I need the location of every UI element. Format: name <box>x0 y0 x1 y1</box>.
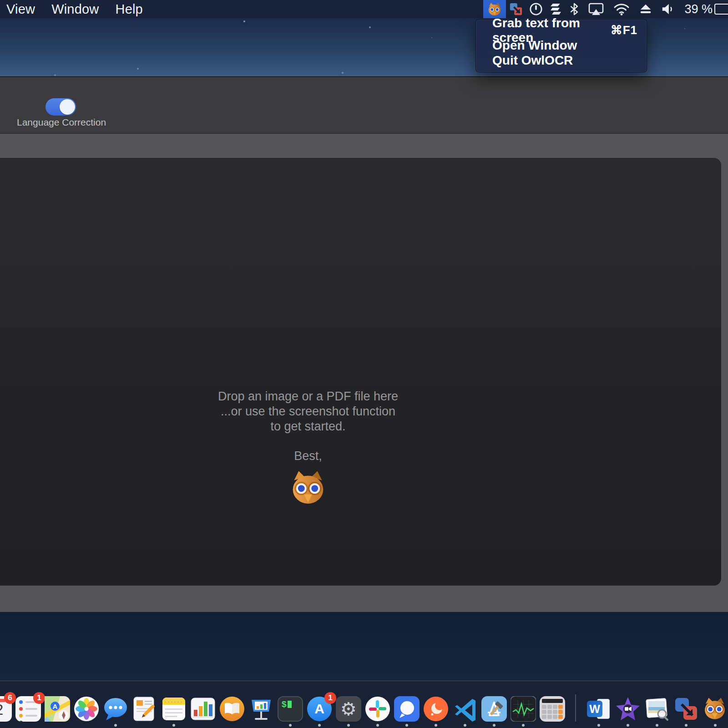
activity-monitor-icon <box>511 696 536 722</box>
desktop: View Window Help <box>0 0 728 728</box>
terminal-icon: $ <box>278 696 303 722</box>
reminders-badge: 1 <box>33 692 45 704</box>
postman-icon <box>423 696 449 722</box>
dock-item-slack[interactable] <box>365 696 390 722</box>
dock-item-system-preferences[interactable]: ⚙ <box>336 696 361 722</box>
eject-icon[interactable] <box>639 0 652 18</box>
language-correction-toggle[interactable] <box>46 98 76 116</box>
drop-line-1: Drop an image or a PDF file here <box>103 389 513 404</box>
dock-item-numbers[interactable] <box>190 696 216 722</box>
notes-icon <box>161 696 187 722</box>
dock-item-calculator[interactable] <box>540 696 565 722</box>
dock-item-calendar[interactable]: 2 6 <box>0 696 12 722</box>
menu-view[interactable]: View <box>6 2 35 17</box>
dock-item-notes[interactable] <box>161 696 187 722</box>
menu-item-shortcut: ⌘F1 <box>611 23 637 37</box>
dock-item-keynote[interactable] <box>248 696 274 722</box>
calendar-badge: 6 <box>4 692 16 704</box>
dock-item-postman[interactable] <box>423 696 449 722</box>
drop-line-2: ...or use the screenshot function <box>103 404 513 419</box>
photos-icon <box>74 696 99 722</box>
dock-item-imovie[interactable] <box>615 696 641 722</box>
pages-icon <box>132 696 157 722</box>
owl-icon <box>487 2 502 16</box>
menu-window[interactable]: Window <box>51 2 99 17</box>
window-toolbar: Language Correction <box>0 77 728 134</box>
dock-item-maps[interactable]: A <box>45 696 70 722</box>
svg-text:A: A <box>53 703 58 710</box>
dock-item-vmware-fusion[interactable] <box>673 696 699 722</box>
dock-item-signal[interactable] <box>394 696 420 722</box>
drop-zone[interactable]: Drop an image or a PDF file here ...or u… <box>0 158 721 586</box>
signal-icon <box>394 696 420 722</box>
xcode-icon <box>481 696 507 722</box>
menu-item-grab-text[interactable]: Grab text from screen ⌘F1 <box>476 23 647 38</box>
dock-items: 2 6 1 A <box>0 694 728 722</box>
battery-percent: 39 % <box>684 2 713 16</box>
menu-item-label: Quit OwlOCR <box>492 53 573 68</box>
dock-divider <box>575 694 576 722</box>
dock-item-activity-monitor[interactable] <box>511 696 536 722</box>
keynote-icon <box>248 696 274 722</box>
vmware-fusion-icon <box>673 696 699 722</box>
battery-icon <box>714 4 728 15</box>
maps-icon: A <box>45 696 70 722</box>
dock-item-reminders[interactable]: 1 <box>15 696 41 722</box>
dock-item-preview[interactable] <box>644 696 670 722</box>
messages-icon <box>103 696 128 722</box>
dock-item-pages[interactable] <box>132 696 157 722</box>
language-correction-label: Language Correction <box>17 117 106 128</box>
volume-icon[interactable] <box>661 0 675 18</box>
menu-bar-menus: View Window Help <box>0 2 159 17</box>
drop-signoff: Best, <box>103 449 513 464</box>
imovie-icon <box>615 696 641 722</box>
menu-item-quit-owlocr[interactable]: Quit OwlOCR <box>476 53 647 68</box>
slack-icon <box>365 696 390 722</box>
word-icon: W <box>586 696 612 722</box>
numbers-icon <box>190 696 216 722</box>
dock-item-terminal[interactable]: $ <box>278 696 303 722</box>
dock-item-owlocr[interactable] <box>703 696 728 722</box>
dock-item-photos[interactable] <box>74 696 99 722</box>
dock-item-app-store[interactable]: A 1 <box>307 696 332 722</box>
books-icon <box>219 696 245 722</box>
owlocr-window: Language Correction Drop an image or a P… <box>0 76 728 612</box>
menu-item-label: Open Window <box>492 38 577 53</box>
menu-bar: View Window Help <box>0 0 728 18</box>
wifi-icon[interactable] <box>613 0 630 18</box>
dock-item-vscode[interactable] <box>452 696 478 722</box>
system-preferences-icon: ⚙ <box>336 696 361 722</box>
owlocr-menubar-menu: Grab text from screen ⌘F1 Open Window Qu… <box>475 19 647 72</box>
dock: 2 6 1 A <box>0 681 728 728</box>
drop-line-3: to get started. <box>103 419 513 434</box>
dock-item-books[interactable] <box>219 696 245 722</box>
owlocr-logo <box>103 468 513 510</box>
dock-item-xcode[interactable] <box>481 696 507 722</box>
app-store-badge: 1 <box>324 692 336 704</box>
dock-item-word[interactable]: W <box>586 696 612 722</box>
calculator-icon <box>540 696 565 722</box>
preview-icon <box>644 696 670 722</box>
vscode-icon <box>452 696 478 722</box>
drop-zone-message: Drop an image or a PDF file here ...or u… <box>103 389 513 510</box>
owlocr-icon <box>703 696 727 721</box>
toggle-knob <box>60 99 75 115</box>
dock-item-messages[interactable] <box>103 696 128 722</box>
stars <box>0 18 1 19</box>
menu-help[interactable]: Help <box>115 2 142 17</box>
menu-item-open-window[interactable]: Open Window <box>476 38 647 53</box>
